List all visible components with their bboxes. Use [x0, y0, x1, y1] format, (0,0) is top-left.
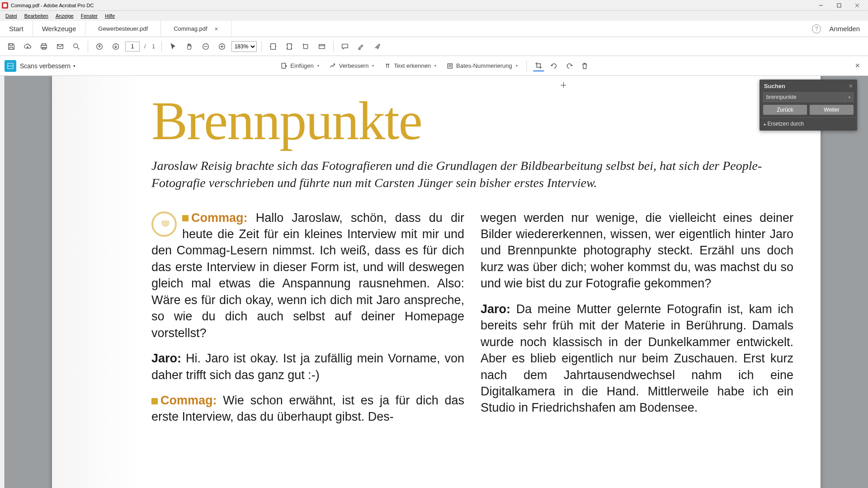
replace-toggle[interactable]: Ersetzen durch	[760, 117, 857, 131]
tab-bar: Start Werkzeuge Gewerbesteuer.pdf Commag…	[0, 21, 868, 37]
document-area: Brennpunkte Jaroslaw Reisig brachte sich…	[0, 76, 868, 488]
maximize-button[interactable]	[830, 0, 848, 11]
delete-icon[interactable]	[580, 61, 590, 71]
rotate-icon[interactable]	[299, 40, 312, 53]
sign-icon[interactable]	[371, 40, 384, 53]
dropcap-icon	[151, 211, 177, 237]
page-up-icon[interactable]	[93, 40, 106, 53]
separator	[161, 41, 162, 52]
svg-rect-21	[304, 44, 308, 48]
svg-rect-20	[288, 43, 292, 49]
separator	[333, 41, 334, 52]
svg-point-28	[334, 64, 335, 65]
bates-button[interactable]: Bates-Nummerierung	[443, 61, 520, 71]
separator	[527, 61, 527, 71]
rotate-cw-icon[interactable]	[564, 61, 575, 71]
enhance-button[interactable]: Verbessern	[326, 61, 377, 71]
body-text: Hallo Jaroslaw, schön, dass du dir heute…	[151, 211, 464, 340]
print-icon[interactable]	[37, 40, 51, 53]
scan-tool-title[interactable]: Scans verbessern	[20, 62, 75, 70]
svg-point-10	[74, 43, 78, 47]
menu-bar: Datei Bearbeiten Anzeige Fenster Hilfe	[0, 11, 868, 21]
svg-rect-7	[41, 45, 47, 48]
tab-gewerbesteuer[interactable]: Gewerbesteuer.pdf	[85, 21, 161, 37]
read-mode-icon[interactable]	[315, 40, 329, 53]
highlight-icon[interactable]	[354, 40, 368, 53]
intro-text: Jaroslaw Reisig brachte sich das Fotogra…	[151, 157, 793, 192]
tab-label: Gewerbesteuer.pdf	[98, 25, 148, 32]
search-next-button[interactable]: Weiter	[810, 105, 854, 115]
zoom-out-icon[interactable]	[199, 40, 212, 53]
save-icon[interactable]	[5, 40, 18, 53]
help-icon[interactable]: ?	[812, 24, 821, 33]
hand-icon[interactable]	[183, 40, 196, 53]
separator	[261, 41, 262, 52]
svg-rect-4	[9, 43, 12, 46]
page-total: 1	[152, 43, 155, 50]
menu-file[interactable]: Datei	[2, 12, 21, 19]
search-input[interactable]	[763, 92, 845, 102]
title-bar: Commag.pdf - Adobe Acrobat Pro DC	[0, 0, 868, 11]
speaker-label: Jaro:	[481, 302, 510, 316]
cloud-icon[interactable]	[21, 40, 34, 53]
main-toolbar: / 1 183%	[0, 37, 868, 56]
pointer-icon[interactable]	[166, 40, 180, 53]
headline: Brennpunkte	[151, 94, 793, 148]
search-close-icon[interactable]: ×	[849, 82, 853, 89]
scan-tool-icon	[5, 60, 16, 72]
speaker-label: Commag:	[160, 394, 217, 407]
page-down-icon[interactable]	[109, 40, 123, 53]
search-title: Suchen	[764, 83, 785, 89]
mode-tools[interactable]: Werkzeuge	[33, 21, 86, 37]
mail-icon[interactable]	[53, 40, 67, 53]
viewport[interactable]: Brennpunkte Jaroslaw Reisig brachte sich…	[5, 76, 868, 488]
svg-rect-1	[837, 4, 841, 7]
tab-label: Commag.pdf	[174, 25, 207, 32]
svg-rect-22	[319, 44, 325, 48]
left-rail[interactable]	[0, 76, 5, 488]
svg-rect-19	[271, 43, 276, 49]
tab-close-icon[interactable]: ×	[215, 25, 218, 33]
zoom-select[interactable]: 183%	[231, 41, 257, 52]
svg-rect-27	[282, 63, 285, 68]
fit-page-icon[interactable]	[283, 40, 296, 53]
insert-button[interactable]: Einfügen	[278, 61, 321, 71]
menu-view[interactable]: Anzeige	[52, 12, 77, 19]
zoom-in-icon[interactable]	[215, 40, 229, 53]
page-gutter	[52, 76, 140, 488]
page-input[interactable]	[125, 42, 140, 52]
menu-window[interactable]: Fenster	[77, 12, 101, 19]
column-left: Commag: Hallo Jaroslaw, schön, dass du d…	[151, 210, 464, 434]
signin-link[interactable]: Anmelden	[829, 25, 860, 33]
search-back-button[interactable]: Zurück	[763, 105, 807, 115]
svg-rect-5	[9, 47, 13, 49]
page-sep: /	[144, 43, 146, 50]
body-text: wegen werden nur wenige, die vielleicht …	[481, 210, 793, 292]
minimize-button[interactable]	[812, 0, 830, 11]
speaker-label: Commag:	[191, 211, 248, 225]
close-button[interactable]	[848, 0, 866, 11]
comment-icon[interactable]	[338, 40, 352, 53]
recognize-button[interactable]: Text erkennen	[381, 61, 439, 71]
rotate-ccw-icon[interactable]	[549, 61, 560, 71]
close-panel-icon[interactable]: ×	[851, 59, 863, 72]
fit-width-icon[interactable]	[266, 40, 280, 53]
bullet-icon	[182, 215, 189, 221]
window-title: Commag.pdf - Adobe Acrobat Pro DC	[11, 3, 812, 8]
column-right: wegen werden nur wenige, die vielleicht …	[481, 210, 793, 434]
search-icon[interactable]	[70, 40, 83, 53]
crop-icon[interactable]	[533, 61, 544, 71]
search-dropdown-icon[interactable]: ▾	[845, 92, 854, 102]
tab-commag[interactable]: Commag.pdf ×	[161, 21, 231, 37]
separator	[88, 41, 88, 52]
svg-rect-29	[448, 64, 452, 68]
scan-toolbar: Scans verbessern Einfügen Verbessern Tex…	[0, 56, 868, 76]
menu-help[interactable]: Hilfe	[101, 12, 118, 19]
menu-edit[interactable]: Bearbeiten	[21, 12, 52, 19]
body-text: Hi. Jaro ist okay. Ist ja zufällig mein …	[151, 352, 464, 381]
body-text: Da meine Mutter gelernte Fotografin ist,…	[481, 302, 793, 415]
mode-start[interactable]: Start	[0, 21, 33, 37]
app-icon	[2, 2, 8, 9]
search-panel: Suchen × ▾ Zurück Weiter Ersetzen durch	[760, 80, 857, 131]
speaker-label: Jaro:	[151, 352, 181, 365]
